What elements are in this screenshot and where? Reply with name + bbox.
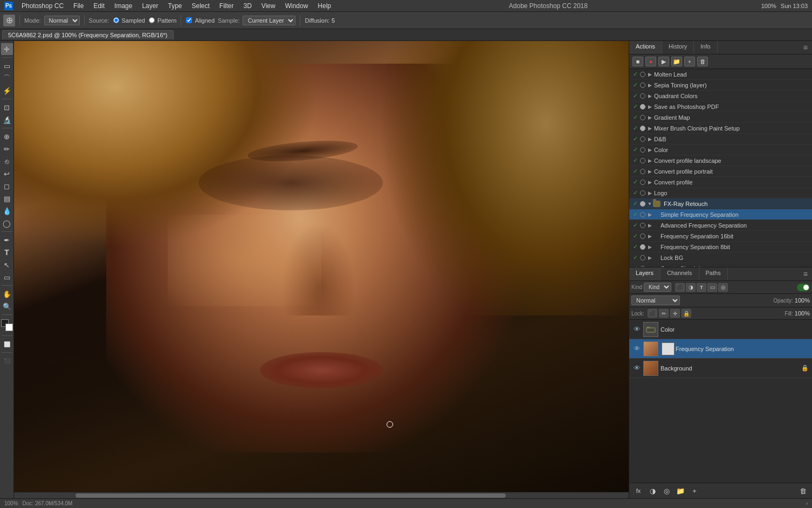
filter-adjustment-btn[interactable]: ◑	[686, 283, 696, 292]
action-item-db[interactable]: ✓ ▶ D&B	[629, 134, 812, 145]
healing-brush-tool-side[interactable]: ⊕	[1, 131, 13, 142]
new-group-btn[interactable]: 📁	[675, 485, 686, 496]
healing-brush-tool[interactable]: ⊕	[3, 15, 15, 26]
action-expand-btn[interactable]: ▶	[646, 72, 653, 77]
type-tool[interactable]: T	[1, 246, 13, 258]
layer-item-color[interactable]: 👁 Color	[629, 320, 812, 339]
scrollbar-thumb[interactable]	[75, 493, 506, 498]
lock-position-btn[interactable]: ✛	[670, 309, 680, 318]
fill-value[interactable]: 100%	[795, 310, 810, 317]
eyedropper-tool[interactable]: 🔬	[1, 114, 13, 126]
layer-item-background[interactable]: 👁 Background 🔒	[629, 359, 812, 378]
source-pattern-radio[interactable]	[149, 17, 154, 23]
layer-visibility-btn[interactable]: 👁	[632, 345, 641, 353]
dodge-tool[interactable]: ◯	[1, 217, 13, 229]
action-expand-btn[interactable]: ▶	[646, 244, 653, 250]
brush-tool[interactable]: ✏	[1, 143, 13, 155]
tab-actions[interactable]: Actions	[629, 41, 662, 54]
action-item-color[interactable]: ✓ ▶ Color	[629, 145, 812, 155]
aligned-checkbox[interactable]	[187, 17, 192, 23]
tab-channels[interactable]: Channels	[660, 267, 699, 280]
add-mask-btn[interactable]: ◑	[646, 485, 658, 496]
action-expand-btn[interactable]: ▶	[646, 136, 653, 142]
action-expand-btn[interactable]: ▶	[646, 147, 653, 153]
action-item-logo[interactable]: ✓ ▶ Logo	[629, 188, 812, 198]
lasso-tool[interactable]: ⌒	[1, 72, 13, 84]
action-item-gradient-map[interactable]: ✓ ▶ Gradient Map	[629, 112, 812, 123]
filter-shape-btn[interactable]: ▭	[707, 283, 717, 292]
eraser-tool[interactable]: ◻	[1, 180, 13, 192]
action-expand-btn[interactable]: ▶	[646, 223, 653, 228]
action-item-adv-freq[interactable]: ✓ ▶ Advanced Frequency Separation	[629, 220, 812, 231]
new-action-btn[interactable]: +	[684, 57, 695, 66]
sample-select[interactable]: Current Layer	[243, 16, 295, 25]
lock-all-btn[interactable]: 🔒	[682, 309, 691, 318]
new-layer-btn[interactable]: +	[689, 485, 700, 496]
action-expand-btn[interactable]: ▶	[646, 266, 653, 267]
menu-3d[interactable]: 3D	[239, 1, 256, 11]
action-item-fxray-folder[interactable]: ✓ ▼ FX-Ray Retouch	[629, 198, 812, 209]
menu-filter[interactable]: Filter	[215, 1, 238, 11]
action-expand-btn[interactable]: ▶	[646, 180, 653, 185]
action-expand-btn[interactable]: ▶	[646, 83, 653, 88]
action-expand-btn[interactable]: ▶	[646, 169, 653, 174]
diffusion-value[interactable]: 5	[332, 17, 335, 24]
action-item-mixer-brush[interactable]: ✓ ▶ Mixer Brush Cloning Paint Setup	[629, 123, 812, 134]
gradient-tool[interactable]: ▤	[1, 193, 13, 204]
marquee-tool[interactable]: ▭	[1, 60, 13, 72]
action-expand-btn[interactable]: ▶	[646, 115, 653, 120]
zoom-tool[interactable]: 🔍	[1, 300, 13, 312]
action-item-freq-8[interactable]: ✓ ▶ Frequency Separation 8bit	[629, 242, 812, 252]
kind-select[interactable]: Kind	[644, 283, 671, 292]
action-item-check-layer[interactable]: ✓ ▶ Create Check-Layer	[629, 263, 812, 267]
mode-select[interactable]: Normal	[44, 16, 80, 25]
action-expand-btn[interactable]: ▶	[646, 158, 653, 163]
action-item-simple-freq[interactable]: ✓ ▶ Simple Frequency Separation	[629, 209, 812, 220]
menu-type[interactable]: Type	[163, 1, 186, 11]
blend-mode-select[interactable]: Normal	[631, 296, 680, 305]
filter-toggle[interactable]	[797, 284, 810, 291]
menu-file[interactable]: File	[69, 1, 88, 11]
action-expand-btn[interactable]: ▶	[646, 93, 653, 99]
action-item-convert-landscape[interactable]: ✓ ▶ Convert profile landscape	[629, 155, 812, 166]
menu-window[interactable]: Window	[281, 1, 313, 11]
filter-smart-btn[interactable]: ◎	[718, 283, 728, 292]
action-item-quadrant[interactable]: ✓ ▶ Quadrant Colors	[629, 91, 812, 101]
action-item-lock-bg[interactable]: ✓ ▶ Lock BG	[629, 252, 812, 263]
filter-type-btn[interactable]: T	[697, 283, 706, 292]
source-sampled-radio[interactable]	[113, 17, 119, 23]
action-item-freq-16[interactable]: ✓ ▶ Frequency Separation 16bit	[629, 231, 812, 242]
menu-view[interactable]: View	[257, 1, 280, 11]
menu-layer[interactable]: Layer	[137, 1, 162, 11]
layer-visibility-btn[interactable]: 👁	[632, 325, 641, 333]
pen-tool[interactable]: ✒	[1, 234, 13, 246]
tab-history[interactable]: History	[662, 41, 694, 54]
action-expand-btn[interactable]: ▶	[646, 212, 653, 217]
tab-info[interactable]: Info	[694, 41, 717, 54]
add-adjustment-btn[interactable]: ◎	[660, 485, 672, 496]
quick-mask-toggle[interactable]: ⬜	[1, 338, 13, 350]
clone-stamp-tool[interactable]: ⎋	[1, 155, 13, 167]
screen-mode-toggle[interactable]: ⬛	[1, 355, 13, 367]
blur-tool[interactable]: 💧	[1, 205, 13, 217]
shape-tool[interactable]: ▭	[1, 271, 13, 283]
actions-panel-options[interactable]: ≡	[799, 41, 812, 54]
move-tool[interactable]: ✛	[1, 43, 13, 55]
scroll-arrow[interactable]: ›	[806, 500, 808, 506]
layer-item-freq-sep[interactable]: 👁 Frequency Separation	[629, 339, 812, 359]
delete-action-btn[interactable]: 🗑	[697, 57, 708, 66]
action-expand-btn[interactable]: ▶	[646, 234, 653, 239]
magic-wand-tool[interactable]: ⚡	[1, 85, 13, 97]
action-item-convert-profile[interactable]: ✓ ▶ Convert profile	[629, 177, 812, 188]
layer-visibility-btn[interactable]: 👁	[632, 364, 641, 372]
action-expand-btn[interactable]: ▶	[646, 104, 653, 109]
menu-image[interactable]: Image	[110, 1, 136, 11]
record-action-btn[interactable]: ●	[645, 57, 656, 66]
document-tab[interactable]: 5C6A9862 2.psd @ 100% (Frequency Separat…	[2, 30, 174, 39]
action-expand-btn[interactable]: ▶	[646, 255, 653, 260]
add-layer-style-btn[interactable]: fx	[632, 485, 644, 496]
action-item-convert-portrait[interactable]: ✓ ▶ Convert profile portrait	[629, 166, 812, 177]
menu-edit[interactable]: Edit	[89, 1, 109, 11]
lock-transparent-btn[interactable]: ⬛	[648, 309, 657, 318]
tab-paths[interactable]: Paths	[699, 267, 728, 280]
